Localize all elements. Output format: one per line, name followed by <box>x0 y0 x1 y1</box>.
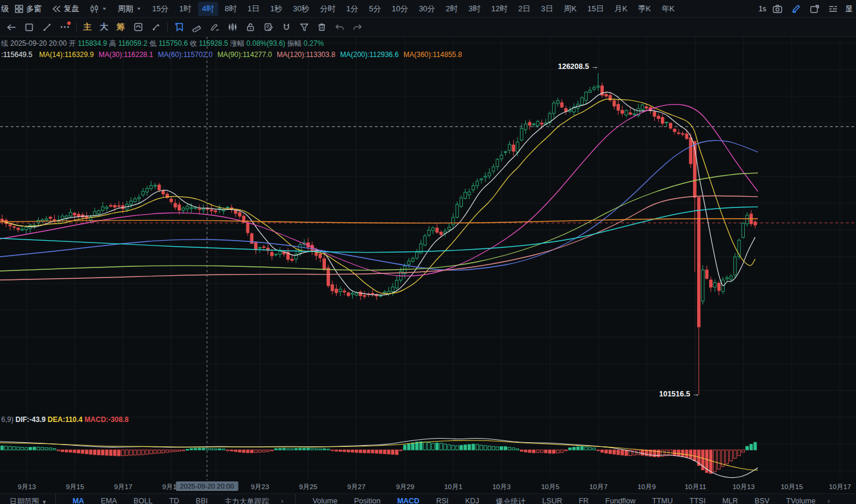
tab-MLR[interactable]: MLR <box>722 494 738 504</box>
timeframe-季K[interactable]: 季K <box>634 2 656 16</box>
tab-TTSI[interactable]: TTSI <box>689 494 706 504</box>
redo-icon[interactable] <box>349 20 366 35</box>
float-window-icon[interactable] <box>807 2 821 16</box>
time-tick: 10月1 <box>444 483 463 492</box>
period-dropdown[interactable]: 周期 ▼ <box>112 0 147 18</box>
top-toolbar-right: 1s 显 <box>758 2 856 16</box>
time-tick: 10月11 <box>685 483 706 492</box>
tab-Fundflow[interactable]: Fundflow <box>606 494 636 504</box>
time-tick: 10月9 <box>638 483 656 492</box>
timeframe-年K[interactable]: 年K <box>657 2 679 16</box>
timeframe-15日[interactable]: 15日 <box>583 2 607 16</box>
tab-爆仓统计[interactable]: 爆仓统计 <box>496 494 526 504</box>
timeframe-12时[interactable]: 12时 <box>487 2 512 16</box>
tab-主力大单跟踪[interactable]: 主力大单跟踪 <box>224 494 269 504</box>
partial-left-text: 级 <box>0 4 10 14</box>
magnet-icon[interactable] <box>277 20 295 35</box>
cursor-tool-icon[interactable] <box>2 20 20 35</box>
timeframe-2日[interactable]: 2日 <box>514 2 534 16</box>
replay-button[interactable]: 复盘 <box>47 0 84 18</box>
tab-TTMU[interactable]: TTMU <box>652 494 673 504</box>
tab-Position[interactable]: Position <box>354 494 380 504</box>
pen-icon[interactable] <box>206 20 224 35</box>
tab-RSI[interactable]: RSI <box>436 494 449 504</box>
candle-style-icon <box>90 5 99 13</box>
more-tools-icon[interactable] <box>56 20 74 35</box>
timeframe-4时[interactable]: 4时 <box>198 2 218 16</box>
timeframe-30秒[interactable]: 30秒 <box>289 2 313 16</box>
camera-icon[interactable] <box>770 2 785 16</box>
edit-pencil-icon[interactable] <box>789 2 803 16</box>
chevron-down-icon: ▼ <box>42 499 47 504</box>
ruler-icon[interactable] <box>188 20 206 35</box>
time-tick: 10月3 <box>493 483 511 492</box>
more-tabs-chevron[interactable]: › <box>827 494 830 504</box>
tab-EMA[interactable]: EMA <box>101 494 117 504</box>
tab-KDJ[interactable]: KDJ <box>465 494 479 504</box>
indicator-tab-bar: 日期范围▼MAEMABOLLTDBBI主力大单跟踪›VolumePosition… <box>0 493 856 504</box>
timeframe-5分[interactable]: 5分 <box>365 2 385 16</box>
date-range-button[interactable]: 日期范围▼ <box>10 494 47 504</box>
timeframe-分时[interactable]: 分时 <box>316 2 340 16</box>
timeframe-3时[interactable]: 3时 <box>465 2 485 16</box>
more-tabs-chevron[interactable]: › <box>281 494 283 504</box>
tab-divider <box>295 494 296 504</box>
multi-window-button[interactable]: 多窗 <box>10 0 47 18</box>
trendline-tool-icon[interactable] <box>38 20 56 35</box>
trading-app-window: 级 多窗 复盘 ▼ 周期 ▼ 15分1时4时8时1日1秒30秒分时1分5分10分… <box>0 0 856 504</box>
timeframe-1日[interactable]: 1日 <box>243 2 264 16</box>
note-icon[interactable] <box>259 20 277 35</box>
timeframe-10分[interactable]: 10分 <box>387 2 412 16</box>
timeframe-月K[interactable]: 月K <box>610 2 632 16</box>
timeframe-周K[interactable]: 周K <box>560 2 581 16</box>
tab-MA[interactable]: MA <box>73 494 84 504</box>
time-tick: 10月17 <box>829 483 851 492</box>
undo-icon[interactable] <box>331 20 349 35</box>
candlestick-chart[interactable]: 续 2025-09-20 20:00 开 115834.9 高 116059.2… <box>0 37 856 481</box>
timeframe-list: 15分1时4时8时1日1秒30秒分时1分5分10分30分2时3时12时2日3日周… <box>147 2 680 16</box>
tab-LSUR[interactable]: LSUR <box>543 494 562 504</box>
chips-button[interactable]: 筹 <box>112 22 129 33</box>
time-tick: 9月27 <box>347 483 366 492</box>
menu-lines-icon[interactable] <box>826 2 840 16</box>
timeframe-1分[interactable]: 1分 <box>342 2 362 16</box>
rectangle-tool-icon[interactable] <box>20 20 38 35</box>
filter-icon[interactable] <box>295 20 313 35</box>
chart-canvas <box>0 37 856 481</box>
brush-icon[interactable] <box>147 20 165 35</box>
candle-compare-icon[interactable] <box>224 20 242 35</box>
timeframe-30分[interactable]: 30分 <box>415 2 439 16</box>
time-tick: 10月13 <box>732 483 754 492</box>
bookmark-icon[interactable] <box>170 20 188 35</box>
timeframe-15分[interactable]: 15分 <box>148 2 173 16</box>
large-chart-button[interactable]: 大 <box>96 22 112 33</box>
tab-Volume[interactable]: Volume <box>312 494 337 504</box>
time-tick: 9月29 <box>396 483 415 492</box>
main-chart-button[interactable]: 主 <box>79 22 96 33</box>
tab-BBI[interactable]: BBI <box>196 494 208 504</box>
timeframe-2时[interactable]: 2时 <box>441 2 462 16</box>
trash-icon[interactable] <box>313 20 331 35</box>
toolbar-divider <box>167 23 168 32</box>
timeframe-8时[interactable]: 8时 <box>221 2 241 16</box>
refresh-interval-badge[interactable]: 1s <box>758 5 766 13</box>
time-tick: 10月7 <box>590 483 608 492</box>
timeframe-1时[interactable]: 1时 <box>175 2 195 16</box>
chevron-down-icon: ▼ <box>136 7 142 11</box>
time-axis[interactable]: 9月139月159月179月199月239月259月279月2910月110月3… <box>0 480 856 493</box>
tab-BOLL[interactable]: BOLL <box>133 494 152 504</box>
tab-TD[interactable]: TD <box>169 494 179 504</box>
candle-style-button[interactable]: ▼ <box>84 0 112 18</box>
tab-TVolume[interactable]: TVolume <box>786 494 816 504</box>
tab-BSV[interactable]: BSV <box>755 494 770 504</box>
tab-MACD[interactable]: MACD <box>397 494 420 504</box>
tab-FR[interactable]: FR <box>579 494 589 504</box>
lock-icon[interactable] <box>242 20 259 35</box>
timeframe-3日[interactable]: 3日 <box>537 2 557 16</box>
notification-dot <box>67 21 71 25</box>
time-tick: 9月25 <box>299 483 318 492</box>
timeframe-1秒[interactable]: 1秒 <box>266 2 286 16</box>
time-tick: 9月13 <box>18 483 36 492</box>
auto-refresh-icon[interactable] <box>129 20 147 35</box>
tab-divider <box>55 494 56 504</box>
